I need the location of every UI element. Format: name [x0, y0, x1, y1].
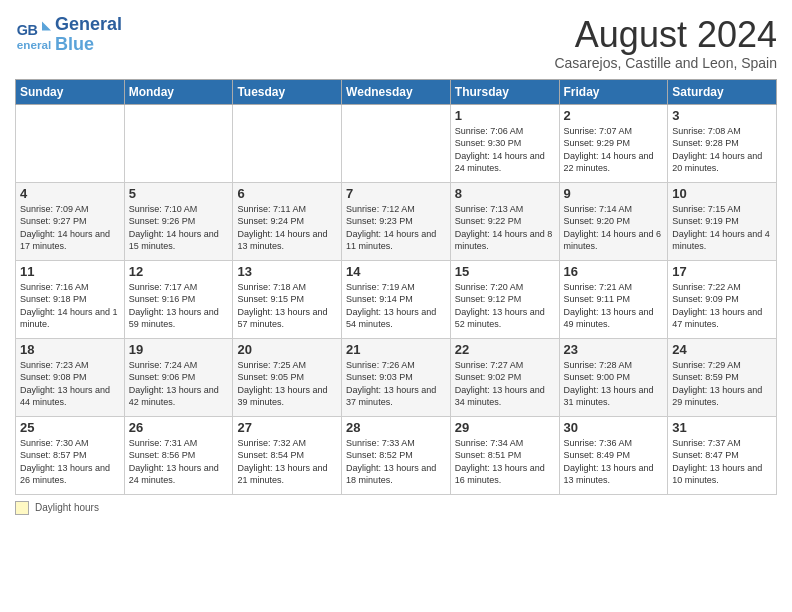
table-row: 13Sunrise: 7:18 AMSunset: 9:15 PMDayligh…	[233, 260, 342, 338]
day-info: Sunrise: 7:33 AMSunset: 8:52 PMDaylight:…	[346, 437, 446, 487]
day-number: 30	[564, 420, 664, 435]
col-thursday: Thursday	[450, 79, 559, 104]
footer: Daylight hours	[15, 501, 777, 515]
table-row: 22Sunrise: 7:27 AMSunset: 9:02 PMDayligh…	[450, 338, 559, 416]
table-row: 11Sunrise: 7:16 AMSunset: 9:18 PMDayligh…	[16, 260, 125, 338]
day-info: Sunrise: 7:17 AMSunset: 9:16 PMDaylight:…	[129, 281, 229, 331]
table-row: 29Sunrise: 7:34 AMSunset: 8:51 PMDayligh…	[450, 416, 559, 494]
day-info: Sunrise: 7:06 AMSunset: 9:30 PMDaylight:…	[455, 125, 555, 175]
day-number: 28	[346, 420, 446, 435]
day-number: 5	[129, 186, 229, 201]
table-row	[233, 104, 342, 182]
day-info: Sunrise: 7:36 AMSunset: 8:49 PMDaylight:…	[564, 437, 664, 487]
table-row: 14Sunrise: 7:19 AMSunset: 9:14 PMDayligh…	[342, 260, 451, 338]
day-info: Sunrise: 7:13 AMSunset: 9:22 PMDaylight:…	[455, 203, 555, 253]
day-number: 17	[672, 264, 772, 279]
day-info: Sunrise: 7:08 AMSunset: 9:28 PMDaylight:…	[672, 125, 772, 175]
svg-text:G: G	[17, 22, 28, 38]
day-info: Sunrise: 7:18 AMSunset: 9:15 PMDaylight:…	[237, 281, 337, 331]
logo-text-blue: Blue	[55, 35, 122, 55]
table-row: 7Sunrise: 7:12 AMSunset: 9:23 PMDaylight…	[342, 182, 451, 260]
day-info: Sunrise: 7:14 AMSunset: 9:20 PMDaylight:…	[564, 203, 664, 253]
day-info: Sunrise: 7:29 AMSunset: 8:59 PMDaylight:…	[672, 359, 772, 409]
day-number: 22	[455, 342, 555, 357]
day-number: 26	[129, 420, 229, 435]
title-block: August 2024 Casarejos, Castille and Leon…	[554, 15, 777, 71]
day-info: Sunrise: 7:37 AMSunset: 8:47 PMDaylight:…	[672, 437, 772, 487]
calendar-header-row: Sunday Monday Tuesday Wednesday Thursday…	[16, 79, 777, 104]
day-info: Sunrise: 7:31 AMSunset: 8:56 PMDaylight:…	[129, 437, 229, 487]
day-number: 2	[564, 108, 664, 123]
table-row: 23Sunrise: 7:28 AMSunset: 9:00 PMDayligh…	[559, 338, 668, 416]
day-number: 27	[237, 420, 337, 435]
legend-label: Daylight hours	[35, 502, 99, 513]
table-row: 21Sunrise: 7:26 AMSunset: 9:03 PMDayligh…	[342, 338, 451, 416]
col-monday: Monday	[124, 79, 233, 104]
svg-text:eneral: eneral	[17, 37, 51, 50]
calendar-table: Sunday Monday Tuesday Wednesday Thursday…	[15, 79, 777, 495]
day-info: Sunrise: 7:20 AMSunset: 9:12 PMDaylight:…	[455, 281, 555, 331]
calendar-week-3: 11Sunrise: 7:16 AMSunset: 9:18 PMDayligh…	[16, 260, 777, 338]
svg-marker-2	[42, 21, 51, 30]
table-row	[124, 104, 233, 182]
day-number: 13	[237, 264, 337, 279]
day-info: Sunrise: 7:09 AMSunset: 9:27 PMDaylight:…	[20, 203, 120, 253]
day-info: Sunrise: 7:10 AMSunset: 9:26 PMDaylight:…	[129, 203, 229, 253]
table-row: 24Sunrise: 7:29 AMSunset: 8:59 PMDayligh…	[668, 338, 777, 416]
day-number: 21	[346, 342, 446, 357]
table-row: 31Sunrise: 7:37 AMSunset: 8:47 PMDayligh…	[668, 416, 777, 494]
day-info: Sunrise: 7:27 AMSunset: 9:02 PMDaylight:…	[455, 359, 555, 409]
table-row	[342, 104, 451, 182]
table-row: 6Sunrise: 7:11 AMSunset: 9:24 PMDaylight…	[233, 182, 342, 260]
table-row	[16, 104, 125, 182]
table-row: 30Sunrise: 7:36 AMSunset: 8:49 PMDayligh…	[559, 416, 668, 494]
day-info: Sunrise: 7:23 AMSunset: 9:08 PMDaylight:…	[20, 359, 120, 409]
table-row: 17Sunrise: 7:22 AMSunset: 9:09 PMDayligh…	[668, 260, 777, 338]
day-number: 10	[672, 186, 772, 201]
day-number: 25	[20, 420, 120, 435]
table-row: 2Sunrise: 7:07 AMSunset: 9:29 PMDaylight…	[559, 104, 668, 182]
day-info: Sunrise: 7:30 AMSunset: 8:57 PMDaylight:…	[20, 437, 120, 487]
day-info: Sunrise: 7:19 AMSunset: 9:14 PMDaylight:…	[346, 281, 446, 331]
calendar-week-2: 4Sunrise: 7:09 AMSunset: 9:27 PMDaylight…	[16, 182, 777, 260]
day-number: 1	[455, 108, 555, 123]
day-number: 15	[455, 264, 555, 279]
table-row: 9Sunrise: 7:14 AMSunset: 9:20 PMDaylight…	[559, 182, 668, 260]
day-info: Sunrise: 7:22 AMSunset: 9:09 PMDaylight:…	[672, 281, 772, 331]
day-number: 23	[564, 342, 664, 357]
table-row: 12Sunrise: 7:17 AMSunset: 9:16 PMDayligh…	[124, 260, 233, 338]
day-number: 18	[20, 342, 120, 357]
location-subtitle: Casarejos, Castille and Leon, Spain	[554, 55, 777, 71]
day-info: Sunrise: 7:28 AMSunset: 9:00 PMDaylight:…	[564, 359, 664, 409]
month-year-title: August 2024	[554, 15, 777, 55]
day-number: 31	[672, 420, 772, 435]
table-row: 18Sunrise: 7:23 AMSunset: 9:08 PMDayligh…	[16, 338, 125, 416]
day-number: 29	[455, 420, 555, 435]
day-info: Sunrise: 7:25 AMSunset: 9:05 PMDaylight:…	[237, 359, 337, 409]
day-info: Sunrise: 7:21 AMSunset: 9:11 PMDaylight:…	[564, 281, 664, 331]
legend-box	[15, 501, 29, 515]
svg-text:B: B	[28, 22, 38, 38]
table-row: 1Sunrise: 7:06 AMSunset: 9:30 PMDaylight…	[450, 104, 559, 182]
col-wednesday: Wednesday	[342, 79, 451, 104]
day-number: 20	[237, 342, 337, 357]
day-info: Sunrise: 7:26 AMSunset: 9:03 PMDaylight:…	[346, 359, 446, 409]
day-number: 24	[672, 342, 772, 357]
day-info: Sunrise: 7:34 AMSunset: 8:51 PMDaylight:…	[455, 437, 555, 487]
table-row: 25Sunrise: 7:30 AMSunset: 8:57 PMDayligh…	[16, 416, 125, 494]
day-info: Sunrise: 7:24 AMSunset: 9:06 PMDaylight:…	[129, 359, 229, 409]
day-number: 4	[20, 186, 120, 201]
day-number: 14	[346, 264, 446, 279]
calendar-week-1: 1Sunrise: 7:06 AMSunset: 9:30 PMDaylight…	[16, 104, 777, 182]
calendar-week-4: 18Sunrise: 7:23 AMSunset: 9:08 PMDayligh…	[16, 338, 777, 416]
day-info: Sunrise: 7:12 AMSunset: 9:23 PMDaylight:…	[346, 203, 446, 253]
day-number: 11	[20, 264, 120, 279]
logo: G B eneral General Blue	[15, 15, 122, 55]
day-number: 7	[346, 186, 446, 201]
day-info: Sunrise: 7:32 AMSunset: 8:54 PMDaylight:…	[237, 437, 337, 487]
calendar-week-5: 25Sunrise: 7:30 AMSunset: 8:57 PMDayligh…	[16, 416, 777, 494]
day-number: 6	[237, 186, 337, 201]
table-row: 10Sunrise: 7:15 AMSunset: 9:19 PMDayligh…	[668, 182, 777, 260]
table-row: 8Sunrise: 7:13 AMSunset: 9:22 PMDaylight…	[450, 182, 559, 260]
day-number: 9	[564, 186, 664, 201]
